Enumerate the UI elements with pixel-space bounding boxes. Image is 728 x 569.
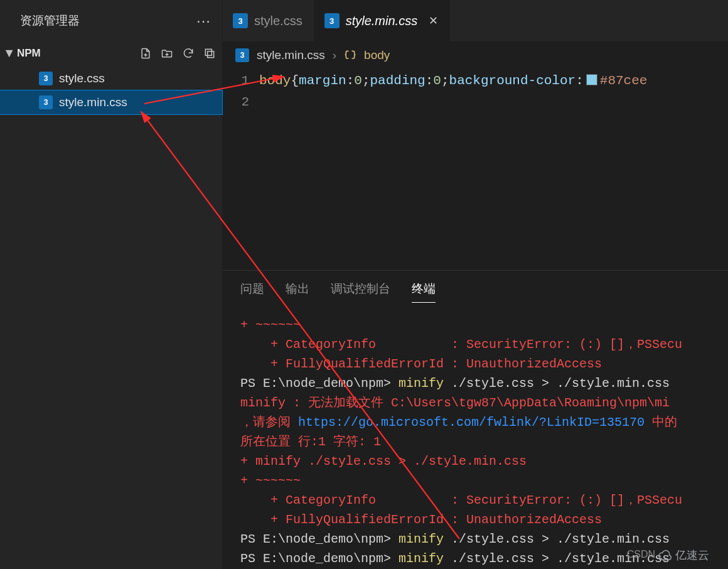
new-folder-icon[interactable] [161, 47, 173, 60]
tab-terminal[interactable]: 终端 [412, 281, 436, 303]
chevron-right-icon: › [333, 48, 336, 62]
code-editor[interactable]: 1 2 body{margin:0;padding:0;background-c… [223, 69, 728, 270]
css-icon: 3 [235, 48, 249, 62]
code-content: body{margin:0;padding:0;background-color… [259, 69, 728, 270]
gutter: 1 2 [223, 69, 259, 270]
project-name: NPM [17, 47, 41, 60]
new-file-icon[interactable] [139, 47, 152, 60]
svg-rect-1 [208, 51, 214, 58]
css-icon: 3 [39, 95, 53, 109]
css-icon: 3 [324, 13, 340, 28]
css-icon: 3 [39, 72, 53, 85]
collapse-icon[interactable] [203, 47, 216, 60]
explorer-title: 资源管理器 [20, 13, 80, 29]
tree-item[interactable]: 3 style.css [0, 67, 222, 90]
project-row[interactable]: ▶ NPM [0, 41, 222, 65]
watermark-csdn: CSDN [627, 549, 655, 560]
crumb-file: style.min.css [257, 48, 325, 62]
css-icon: 3 [233, 13, 248, 28]
file-label: style.css [59, 72, 105, 85]
refresh-icon[interactable] [182, 47, 195, 60]
tree-item[interactable]: 3 style.min.css [0, 90, 222, 114]
tab-output[interactable]: 输出 [286, 281, 309, 303]
tab-label: style.css [254, 14, 302, 28]
chevron-down-icon: ▶ [5, 50, 15, 57]
color-swatch [586, 74, 597, 85]
breadcrumb[interactable]: 3 style.min.css › body [223, 41, 728, 69]
tab-style-min-css[interactable]: 3 style.min.css ✕ [314, 0, 450, 41]
tab-problems[interactable]: 问题 [240, 281, 264, 303]
watermark-yisu: 亿速云 [658, 548, 709, 563]
close-icon[interactable]: ✕ [429, 14, 438, 28]
more-icon[interactable]: ··· [196, 12, 211, 30]
cloud-icon [658, 548, 672, 562]
terminal-output[interactable]: + ~~~~~~ + CategoryInfo : SecurityError:… [223, 309, 728, 569]
file-label: style.min.css [59, 95, 127, 109]
tab-debug[interactable]: 调试控制台 [331, 281, 390, 303]
tab-label: style.min.css [346, 14, 417, 28]
svg-rect-0 [205, 49, 211, 55]
symbol-icon [344, 49, 356, 62]
tab-style-css[interactable]: 3 style.css [223, 0, 314, 41]
crumb-symbol: body [364, 48, 390, 62]
